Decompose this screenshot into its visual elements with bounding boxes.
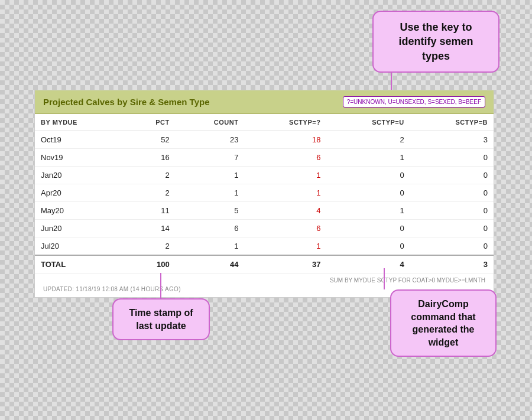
cell-sctyp-u: 2 bbox=[326, 131, 410, 149]
cell-count: 1 bbox=[176, 237, 245, 256]
cell-pct: 11 bbox=[126, 202, 175, 220]
cell-sctyp-q: 6 bbox=[244, 220, 326, 237]
table-row: Jan20 2 1 1 0 0 bbox=[35, 167, 494, 184]
cell-count: 1 bbox=[176, 184, 245, 202]
cell-pct: 52 bbox=[126, 131, 175, 149]
cell-sctyp-b: 0 bbox=[410, 149, 494, 167]
col-header-sctyp-u: SCTYP=U bbox=[326, 114, 410, 131]
cell-bymydue: Apr20 bbox=[35, 184, 126, 202]
cell-pct: 16 bbox=[126, 149, 175, 167]
cell-sctyp-b: 0 bbox=[410, 202, 494, 220]
cell-sctyp-u: 1 bbox=[326, 202, 410, 220]
cell-sctyp-b: 0 bbox=[410, 237, 494, 256]
col-header-count: COUNT bbox=[176, 114, 245, 131]
col-header-bymydue: BY MYDUE bbox=[35, 114, 126, 131]
cell-sctyp-q: 6 bbox=[244, 149, 326, 167]
cell-sctyp-q: 1 bbox=[244, 167, 326, 184]
cell-pct: 2 bbox=[126, 184, 175, 202]
widget-title: Projected Calves by Sire & Semen Type bbox=[43, 97, 210, 107]
totals-row: TOTAL 100 44 37 4 3 bbox=[35, 255, 494, 273]
cell-sctyp-b: 0 bbox=[410, 167, 494, 184]
cell-sctyp-b: 0 bbox=[410, 184, 494, 202]
col-header-sctyp-b: SCTYP=B bbox=[410, 114, 494, 131]
cell-sctyp-u: 0 bbox=[326, 184, 410, 202]
col-header-pct: PCT bbox=[126, 114, 175, 131]
cell-sctyp-u: 0 bbox=[326, 167, 410, 184]
table-header: BY MYDUE PCT COUNT SCTYP=? SCTYP=U SCTYP… bbox=[35, 114, 494, 131]
table-row: Jul20 2 1 1 0 0 bbox=[35, 237, 494, 256]
cell-pct: 2 bbox=[126, 167, 175, 184]
cell-bymydue: Jul20 bbox=[35, 237, 126, 256]
cell-pct: 2 bbox=[126, 237, 175, 256]
cell-bymydue: Nov19 bbox=[35, 149, 126, 167]
callout-command: DairyComp command that generated the wid… bbox=[390, 289, 497, 357]
cell-sctyp-q: 18 bbox=[244, 131, 326, 149]
widget-container: Projected Calves by Sire & Semen Type ?=… bbox=[34, 90, 494, 298]
cell-count: 1 bbox=[176, 167, 245, 184]
cell-count: 23 bbox=[176, 131, 245, 149]
header-row: BY MYDUE PCT COUNT SCTYP=? SCTYP=U SCTYP… bbox=[35, 114, 494, 131]
cell-sctyp-u: 1 bbox=[326, 149, 410, 167]
col-header-sctyp-q: SCTYP=? bbox=[244, 114, 326, 131]
cell-sctyp-u: 0 bbox=[326, 237, 410, 256]
cell-total-count: 44 bbox=[176, 255, 245, 273]
cell-count: 6 bbox=[176, 220, 245, 237]
cell-total-label: TOTAL bbox=[35, 255, 126, 273]
cell-sctyp-u: 0 bbox=[326, 220, 410, 237]
cell-total-pct: 100 bbox=[126, 255, 175, 273]
table-row: Nov19 16 7 6 1 0 bbox=[35, 149, 494, 167]
table-row: Apr20 2 1 1 0 0 bbox=[35, 184, 494, 202]
widget-header: Projected Calves by Sire & Semen Type ?=… bbox=[35, 90, 494, 114]
cell-total-sctyp-u: 4 bbox=[326, 255, 410, 273]
callout-key-hint: Use the key to identify semen types bbox=[372, 11, 499, 73]
table-body: Oct19 52 23 18 2 3 Nov19 16 7 6 1 0 Jan2… bbox=[35, 131, 494, 274]
cell-bymydue: Oct19 bbox=[35, 131, 126, 149]
callout-timestamp: Time stamp of last update bbox=[112, 298, 210, 340]
cell-sctyp-q: 1 bbox=[244, 184, 326, 202]
cell-count: 7 bbox=[176, 149, 245, 167]
cell-count: 5 bbox=[176, 202, 245, 220]
cell-sctyp-q: 4 bbox=[244, 202, 326, 220]
cell-bymydue: Jun20 bbox=[35, 220, 126, 237]
cell-sctyp-b: 3 bbox=[410, 131, 494, 149]
widget-command: SUM BY MYDUE SCTYP FOR COAT>0 MYDUE>=LMN… bbox=[43, 277, 485, 284]
cell-total-sctyp-q: 37 bbox=[244, 255, 326, 273]
cell-total-sctyp-b: 3 bbox=[410, 255, 494, 273]
table-row: May20 11 5 4 1 0 bbox=[35, 202, 494, 220]
page: Use the key to identify semen types Proj… bbox=[0, 0, 532, 420]
cell-pct: 14 bbox=[126, 220, 175, 237]
table-row: Oct19 52 23 18 2 3 bbox=[35, 131, 494, 149]
cell-bymydue: Jan20 bbox=[35, 167, 126, 184]
data-table: BY MYDUE PCT COUNT SCTYP=? SCTYP=U SCTYP… bbox=[35, 114, 494, 273]
widget-key: ?=UNKNOWN, U=UNSEXED, S=SEXED, B=BEEF bbox=[343, 96, 485, 108]
cell-sctyp-q: 1 bbox=[244, 237, 326, 256]
table-row: Jun20 14 6 6 0 0 bbox=[35, 220, 494, 237]
cell-bymydue: May20 bbox=[35, 202, 126, 220]
cell-sctyp-b: 0 bbox=[410, 220, 494, 237]
